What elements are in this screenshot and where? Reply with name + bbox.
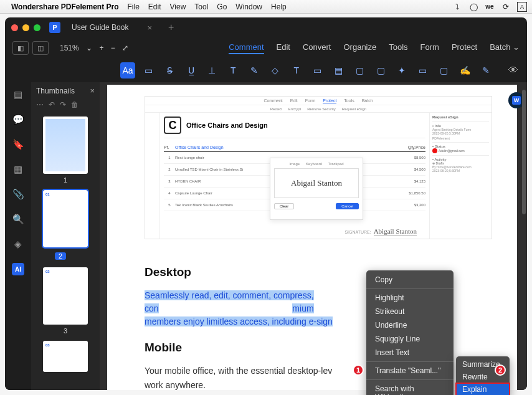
tab-convert[interactable]: Convert — [303, 42, 331, 54]
ai-icon[interactable]: AI — [12, 263, 24, 275]
ctx-insert[interactable]: Insert Text — [366, 346, 454, 359]
tab-form[interactable]: Form — [420, 42, 439, 54]
zoom-dropdown-icon[interactable]: ⌄ — [86, 44, 92, 52]
text-tool2-icon[interactable]: T — [226, 62, 240, 79]
ctx-copy[interactable]: Copy — [366, 273, 454, 287]
app-title[interactable]: Wondershare PDFelement Pro — [11, 2, 119, 11]
tab-protect[interactable]: Protect — [452, 42, 477, 54]
signature-tool-icon[interactable]: ✍ — [458, 62, 473, 79]
layers-icon[interactable]: ◈ — [12, 238, 24, 250]
tab-organize[interactable]: Organize — [343, 42, 376, 54]
strikeout-tool-icon[interactable]: S̶ — [163, 62, 178, 79]
scrollbar[interactable] — [522, 90, 526, 214]
note-tool-icon[interactable]: ▤ — [331, 62, 346, 79]
window-minimize-button[interactable] — [22, 24, 29, 31]
comments-icon[interactable]: 💬 — [12, 113, 24, 126]
selected-text: mium — [292, 303, 313, 313]
callout-2: 2 — [495, 364, 506, 376]
ctx-strikeout[interactable]: Strikeout — [366, 305, 454, 318]
menu-tool[interactable]: Tool — [194, 2, 208, 11]
zoom-out-icon[interactable]: − — [111, 44, 115, 52]
menu-window[interactable]: Window — [235, 2, 262, 11]
page-canvas: Comment Edit Form Protect Tools Batch Re… — [107, 85, 517, 390]
body-text: work anywhere. — [145, 380, 206, 390]
thumbnail-item[interactable]: 1 — [37, 117, 93, 184]
tray-icon[interactable]: ⤵ — [452, 2, 462, 12]
attachment-tool-icon[interactable]: ▢ — [437, 62, 452, 79]
thumbnails-icon[interactable]: ▤ — [12, 88, 24, 101]
zoom-in-icon[interactable]: + — [99, 44, 103, 52]
ctx-wikipedia[interactable]: Search with Wikipedia — [366, 382, 454, 395]
window-close-button[interactable] — [11, 24, 18, 31]
document-tab[interactable]: User Guide Book × — [65, 17, 158, 37]
tray-icon[interactable]: ⟳ — [501, 2, 511, 12]
zoom-fit-icon[interactable]: ⤢ — [122, 44, 128, 52]
delete-icon[interactable]: 🗑 — [71, 100, 78, 109]
selected-text: Seamlessly read, edit, comment, compress… — [145, 290, 314, 313]
context-submenu: Summarize Rewrite Explain — [456, 356, 510, 395]
tab-edit[interactable]: Edit — [277, 42, 290, 54]
menu-file[interactable]: File — [128, 2, 140, 11]
underline-tool-icon[interactable]: U̲ — [184, 62, 199, 79]
rotate-left-icon[interactable]: ↶ — [49, 100, 55, 109]
rotate-right-icon[interactable]: ↷ — [60, 100, 66, 109]
window-maximize-button[interactable] — [34, 24, 40, 31]
menu-edit[interactable]: Edit — [148, 2, 161, 11]
caret-tool-icon[interactable]: ⊥ — [204, 62, 219, 79]
callout-1: 1 — [353, 364, 364, 376]
thumbnails-title: Thumbnails — [36, 87, 75, 95]
tab-tools[interactable]: Tools — [389, 42, 407, 54]
area-tool-icon[interactable]: ▢ — [352, 62, 367, 79]
ctx-explain[interactable]: Explain — [456, 383, 510, 395]
eraser-tool-icon[interactable]: ◇ — [268, 62, 283, 79]
fields-icon[interactable]: ▦ — [12, 163, 24, 176]
zoom-control[interactable]: 151% ⌄ + − ⤢ — [57, 44, 131, 52]
tray-icon[interactable]: A — [517, 2, 527, 12]
attachments-icon[interactable]: 📎 — [12, 188, 24, 201]
signature-preview: Abigail Stanton — [274, 168, 359, 198]
search-icon[interactable]: 🔍 — [12, 213, 24, 226]
thumbnails-toolbar: ⋯ ↶ ↷ 🗑 — [31, 99, 100, 113]
ctx-translate[interactable]: Translate "Seaml..." — [366, 364, 454, 378]
menu-view[interactable]: View — [170, 2, 186, 11]
zoom-value: 151% — [60, 44, 79, 52]
thumbnail-item[interactable]: 02 3 — [37, 267, 93, 335]
thumbnails-list[interactable]: 1 01 2 02 3 03 — [31, 113, 100, 390]
marker-tool-icon[interactable]: ✎ — [247, 62, 262, 79]
signature-dialog: Image Keyboard Trackpad Abigail Stanton … — [270, 158, 363, 220]
sidebar-toggle-icon[interactable]: ◧ — [12, 41, 29, 55]
bookmarks-icon[interactable]: 🔖 — [12, 138, 24, 151]
stamp-tool-icon[interactable]: ▭ — [416, 62, 430, 79]
more-icon[interactable]: ⋯ — [36, 100, 44, 109]
menu-go[interactable]: Go — [217, 2, 227, 11]
pin-tool-icon[interactable]: ✦ — [394, 62, 409, 79]
menu-help[interactable]: Help — [271, 2, 287, 11]
tab-batch[interactable]: Batch ⌄ — [490, 42, 520, 54]
visibility-icon[interactable]: 👁 — [506, 65, 521, 76]
doc-title: Office Chairs and Design — [186, 121, 268, 129]
text-tool-icon[interactable]: Aa — [120, 62, 135, 79]
embedded-screenshot: Comment Edit Form Protect Tools Batch Re… — [145, 96, 492, 239]
text-box-icon[interactable]: T — [289, 62, 304, 79]
callout-tool-icon[interactable]: ▭ — [310, 62, 325, 79]
ctx-squiggly[interactable]: Squiggly Line — [366, 332, 454, 346]
sign-tool-icon[interactable]: ✎ — [478, 62, 493, 79]
tray-icon[interactable]: we — [485, 2, 495, 12]
tray-icon[interactable]: ◯ — [468, 2, 478, 12]
main-tabs: Comment Edit Convert Organize Tools Form… — [229, 42, 520, 54]
thumbnail-item[interactable]: 03 — [37, 341, 93, 372]
view-toggle-icon[interactable]: ◫ — [32, 41, 49, 55]
shape-tool-icon[interactable]: ▢ — [373, 62, 388, 79]
thumbnail-item[interactable]: 01 2 — [37, 190, 93, 261]
document-viewport[interactable]: Comment Edit Form Protect Tools Batch Re… — [100, 82, 527, 390]
page-number: 1 — [37, 176, 93, 184]
tab-title: User Guide Book — [72, 23, 128, 32]
ctx-underline[interactable]: Underline — [366, 318, 454, 332]
tab-close-icon[interactable]: × — [147, 23, 152, 32]
highlight-tool-icon[interactable]: ▭ — [141, 62, 156, 79]
new-tab-button[interactable]: + — [168, 22, 174, 33]
thumbnails-close-icon[interactable]: × — [90, 86, 95, 95]
traffic-lights — [11, 24, 40, 31]
tab-comment[interactable]: Comment — [229, 42, 264, 54]
ctx-highlight[interactable]: Highlight — [366, 291, 454, 305]
